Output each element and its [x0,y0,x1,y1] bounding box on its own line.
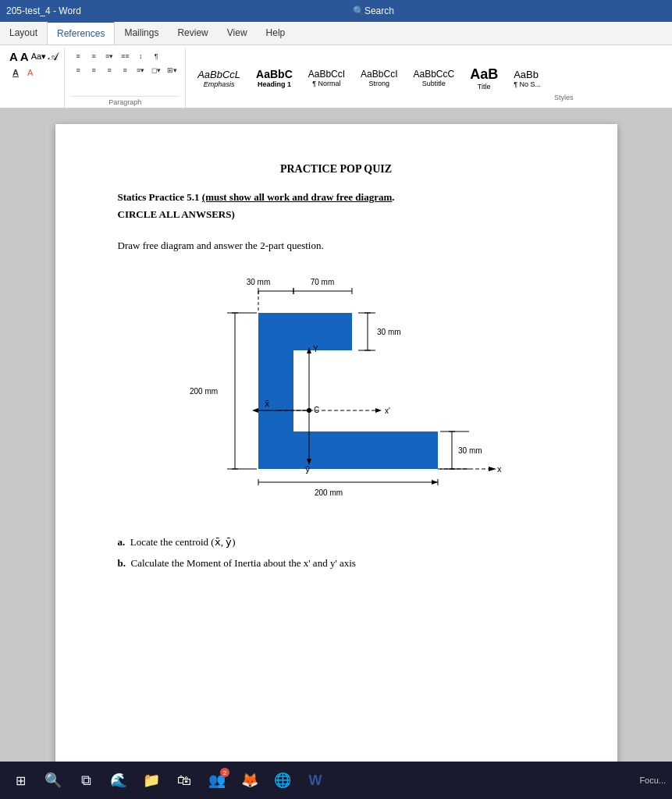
search-label: 🔍 [353,5,364,16]
dim-200mm-bottom: 200 mm [314,488,342,497]
x-axis-arrow [489,467,496,471]
dim-70mm-top: 70 mm [310,278,334,286]
section-end: . [392,191,394,203]
edge-btn[interactable]: 🌊 [105,766,133,794]
edge-icon: 🌊 [110,772,127,789]
justify-btn[interactable]: ≡ [118,64,132,76]
firefox-icon: 🦊 [241,772,258,789]
pilcrow-btn[interactable]: ¶ [149,50,163,62]
question-b: b. Calculate the Moment of Inertia about… [118,554,555,572]
borders-btn[interactable]: ⊞▾ [165,64,179,76]
search-icon: 🔍 [44,772,62,789]
paragraph-label: Paragraph [71,96,179,106]
align-center2-btn[interactable]: ≡ [87,64,101,76]
diagram-container: 30 mm 70 mm [118,268,555,517]
section-underline: (must show all work and draw free diagra… [202,191,393,203]
styles-group: AaBbCcL Emphasis AaBbC Heading 1 AaBbCcI… [186,48,669,108]
store-icon: 🛍 [177,772,191,789]
indent-level-btn[interactable]: ≡▾ [102,50,116,62]
x-prime-arrow [375,408,382,413]
styles-label: Styles [554,94,574,101]
document-area: PRACTICE POP QUIZ Statics Practice 5.1 (… [0,108,672,762]
font-script: 𝒜 [48,51,58,63]
paragraph-group: ≡ ≡ ≡▾ ≡≡ ↕ ¶ ≡ ≡ ≡ ≡ ≡▾ ◻▾ ⊞▾ Paragraph [65,48,186,108]
windows-btn[interactable]: ⊞ [6,766,34,794]
taskbar-right: Focu... [639,776,666,785]
diagram-svg: 30 mm 70 mm [165,268,508,517]
focus-label: Focu... [639,776,666,785]
tab-references[interactable]: References [47,21,115,44]
dim-200mm-left: 200 mm [189,387,217,396]
tab-mailings[interactable]: Mailings [115,21,168,44]
dim-30mm-right-top: 30 mm [377,328,401,336]
teams-badge: 2 [220,768,229,777]
firefox-btn[interactable]: 🦊 [236,766,264,794]
question-a: a. Locate the centroid (x̄, ȳ) [118,533,555,551]
title-bar: 205-test_4 - Word 🔍 Search [0,0,672,22]
style-heading1[interactable]: AaBbC Heading 1 [251,66,298,91]
taskbar: ⊞ 🔍 ⧉ 🌊 📁 🛍 👥 2 🦊 🌐 W Focu... [0,762,672,799]
chrome-btn[interactable]: 🌐 [268,766,297,794]
page: PRACTICE POP QUIZ Statics Practice 5.1 (… [55,124,617,762]
search-btn[interactable]: 🔍 [39,766,67,794]
x-bar-arrow [252,408,258,413]
x-bar-label: x̄ [265,399,270,408]
tab-layout[interactable]: Layout [0,21,47,44]
instruction-text: Draw free diagram and answer the 2-part … [118,240,555,252]
x-prime-label: x' [385,407,390,415]
align-left-btn[interactable]: ≡ [71,64,85,76]
sort-btn[interactable]: ↕ [133,50,148,62]
store-btn[interactable]: 🛍 [170,766,198,794]
section-title: Statics Practice 5.1 (must show all work… [118,191,555,204]
task-view-btn[interactable]: ⧉ [72,766,100,794]
y-label: Y [313,345,318,353]
section-bold: Statics Practice 5.1 [118,191,200,203]
search-text[interactable]: Search [364,5,394,16]
line-spacing-btn[interactable]: ≡▾ [133,64,148,76]
shape-top-bar [258,313,352,350]
files-icon: 📁 [143,772,160,789]
word-icon: W [309,772,322,789]
x-axis-label: x [497,464,502,474]
bottom-right-arrow [432,480,438,485]
font-a-large: A [9,50,18,63]
font-group: A A Aa▾ 𝒜 A A [3,48,65,108]
shading-btn[interactable]: ◻▾ [149,64,163,76]
font-a-sup: A [20,50,29,63]
list-num-btn[interactable]: ≡ [87,50,101,62]
dim-30mm-bottom-right: 30 mm [458,446,482,455]
ribbon-content: A A Aa▾ 𝒜 A A ≡ ≡ ≡▾ ≡≡ ↕ ¶ ≡ ≡ [0,45,672,108]
circle-note: CIRCLE ALL ANWSERS) [118,208,555,221]
style-normal[interactable]: AaBbCcI ¶ Normal [303,66,350,90]
page-title: PRACTICE POP QUIZ [118,163,555,176]
list-bullet-btn[interactable]: ≡ [71,50,85,62]
underline-btn[interactable]: A [9,66,22,79]
chrome-icon: 🌐 [274,772,291,789]
shape-bottom-bar [258,431,438,469]
style-title[interactable]: AaB Title [464,64,503,93]
style-no-spacing[interactable]: AaBb ¶ No S... [508,66,546,91]
windows-icon: ⊞ [16,773,26,788]
task-view-icon: ⧉ [81,772,91,789]
y-bar-label: ȳ [305,464,311,474]
tab-review[interactable]: Review [168,21,217,44]
tab-help[interactable]: Help [257,21,295,44]
align-center-btn[interactable]: ≡≡ [118,50,132,62]
questions: a. Locate the centroid (x̄, ȳ) b. Calcul… [118,533,555,573]
notifications-btn[interactable]: 📁 [137,766,165,794]
teams-btn[interactable]: 👥 2 [203,766,231,794]
word-btn[interactable]: W [301,766,329,794]
tab-view[interactable]: View [218,21,257,44]
align-right-btn[interactable]: ≡ [102,64,116,76]
style-emphasis[interactable]: AaBbCcL Emphasis [192,66,246,91]
style-subtitle[interactable]: AaBbCcC Subtitle [407,66,460,90]
dim-30mm-top: 30 mm [246,278,270,286]
font-aa-btn[interactable]: Aa▾ [31,51,46,62]
filename-label: 205-test_4 - Word [6,5,81,16]
style-strong[interactable]: AaBbCcI Strong [355,66,403,90]
font-color-btn[interactable]: A [24,66,36,79]
ribbon-tabs: Layout References Mailings Review View H… [0,22,672,45]
ribbon: Layout References Mailings Review View H… [0,22,672,108]
